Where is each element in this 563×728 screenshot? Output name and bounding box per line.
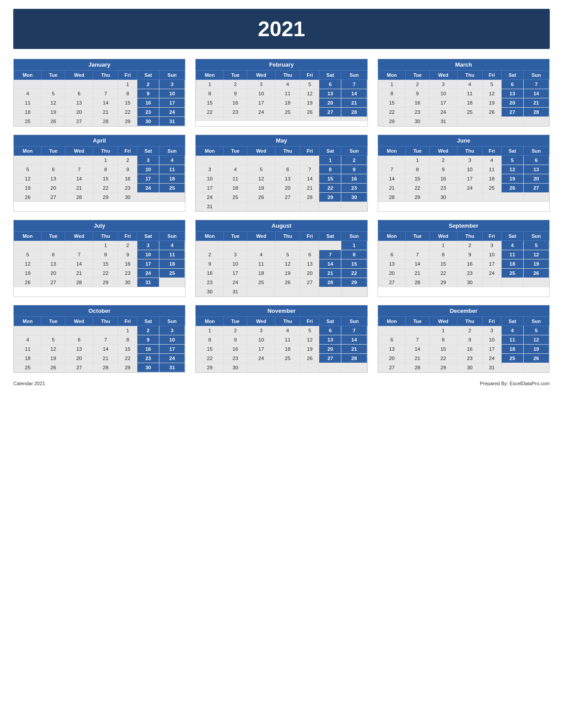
day-cell: 1 (93, 241, 118, 250)
day-cell: 22 (429, 354, 457, 363)
day-cell: 31 (137, 278, 159, 287)
day-cell: 25 (247, 278, 275, 287)
day-cell: 7 (406, 335, 430, 345)
day-cell: 23 (406, 108, 430, 117)
day-cell (275, 363, 300, 372)
day-cell: 9 (223, 89, 247, 98)
day-header: Fri (300, 146, 319, 156)
day-cell: 2 (196, 250, 223, 259)
day-cell (319, 363, 341, 372)
day-cell: 3 (159, 80, 185, 89)
month-table: MonTueWedThuFriSatSun1234567891011121314… (14, 146, 185, 202)
day-cell: 11 (223, 174, 247, 184)
day-cell: 21 (523, 98, 549, 108)
day-cell: 26 (14, 278, 42, 287)
day-cell: 5 (14, 165, 42, 174)
day-cell: 28 (341, 354, 367, 363)
day-cell (42, 241, 65, 250)
day-cell (247, 156, 275, 165)
day-cell: 25 (275, 354, 300, 363)
day-cell: 21 (65, 269, 93, 278)
month-block-june: JuneMonTueWedThuFriSatSun123456789101112… (378, 135, 550, 212)
day-header: Tue (42, 146, 65, 156)
day-header: Tue (42, 232, 65, 241)
month-block-march: MarchMonTueWedThuFriSatSun12345678910111… (378, 59, 550, 127)
day-cell: 5 (14, 250, 42, 259)
day-cell: 24 (137, 184, 159, 193)
day-cell: 6 (42, 250, 65, 259)
day-cell: 19 (275, 269, 300, 278)
day-cell: 7 (378, 165, 405, 174)
day-cell: 13 (523, 165, 549, 174)
day-cell: 11 (275, 335, 300, 345)
day-header: Thu (275, 232, 300, 241)
day-cell: 14 (93, 345, 118, 354)
day-cell: 18 (275, 98, 300, 108)
day-header: Fri (118, 71, 137, 80)
day-header: Mon (378, 317, 405, 326)
month-block-july: JulyMonTueWedThuFriSatSun123456789101112… (13, 220, 185, 297)
day-cell: 15 (93, 259, 118, 269)
day-cell: 25 (501, 269, 523, 278)
day-cell: 14 (300, 174, 319, 184)
day-cell: 5 (300, 80, 319, 89)
day-header: Sun (523, 71, 549, 80)
day-header: Tue (223, 71, 247, 80)
day-cell: 24 (159, 108, 185, 117)
day-header: Sun (159, 232, 185, 241)
day-header: Sun (341, 232, 367, 241)
day-cell: 14 (341, 89, 367, 98)
day-cell: 3 (247, 326, 275, 335)
day-cell: 1 (378, 80, 405, 89)
day-cell: 27 (501, 108, 523, 117)
day-cell: 16 (223, 98, 247, 108)
footer: Calendar 2021 Prepared By: ExcelDataPro.… (13, 381, 550, 386)
day-header: Fri (300, 232, 319, 241)
day-cell: 1 (93, 156, 118, 165)
day-cell: 31 (196, 202, 223, 211)
day-header: Sat (319, 317, 341, 326)
day-header: Sat (501, 71, 523, 80)
day-cell: 31 (159, 117, 185, 126)
day-cell: 23 (223, 354, 247, 363)
day-cell: 5 (42, 89, 65, 98)
day-cell: 6 (378, 250, 405, 259)
day-cell: 25 (223, 193, 247, 202)
day-cell: 6 (501, 80, 523, 89)
day-cell: 1 (341, 241, 367, 250)
day-cell: 29 (118, 363, 137, 372)
month-block-april: AprilMonTueWedThuFriSatSun12345678910111… (13, 135, 185, 212)
day-cell: 2 (429, 156, 457, 165)
day-header: Fri (118, 317, 137, 326)
day-header: Sat (501, 146, 523, 156)
day-cell: 5 (42, 335, 65, 345)
day-header: Thu (275, 146, 300, 156)
day-cell: 9 (118, 250, 137, 259)
day-cell: 1 (429, 241, 457, 250)
day-cell: 28 (378, 193, 405, 202)
day-cell: 3 (159, 326, 185, 335)
month-title: October (14, 305, 185, 316)
day-cell: 24 (159, 354, 185, 363)
day-cell: 20 (65, 354, 93, 363)
day-header: Thu (93, 232, 118, 241)
day-cell: 9 (457, 250, 482, 259)
month-title: July (14, 220, 185, 231)
day-cell: 24 (196, 193, 223, 202)
day-cell: 29 (118, 117, 137, 126)
day-cell: 2 (223, 80, 247, 89)
day-cell: 4 (457, 80, 482, 89)
day-cell: 22 (319, 184, 341, 193)
day-cell (482, 193, 501, 202)
day-cell: 26 (523, 354, 549, 363)
day-cell (275, 202, 300, 211)
day-cell: 19 (523, 345, 549, 354)
day-cell (300, 202, 319, 211)
day-cell: 30 (406, 117, 430, 126)
day-cell: 9 (457, 335, 482, 345)
day-cell (65, 241, 93, 250)
day-cell: 5 (247, 165, 275, 174)
day-cell: 16 (341, 174, 367, 184)
day-cell: 17 (137, 259, 159, 269)
day-cell: 24 (223, 278, 247, 287)
